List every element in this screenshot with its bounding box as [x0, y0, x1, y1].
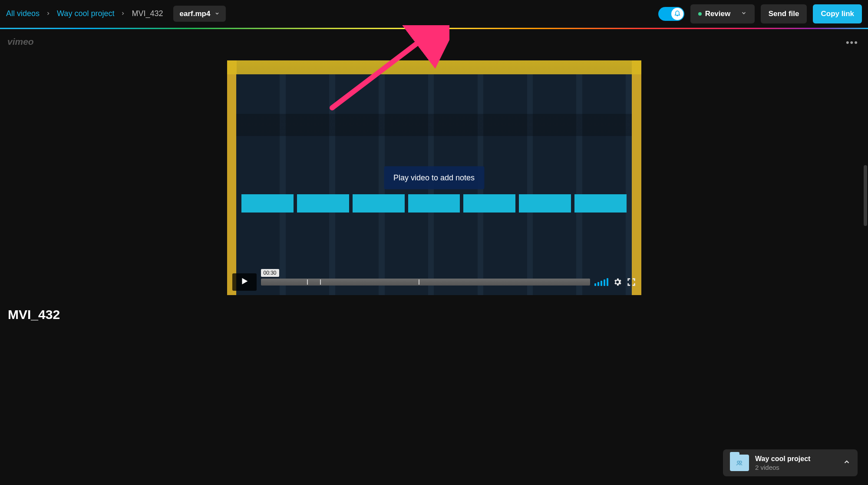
- settings-icon[interactable]: [613, 277, 622, 287]
- play-button[interactable]: [232, 273, 257, 291]
- more-menu-button[interactable]: •••: [843, 34, 861, 51]
- sub-bar: vimeo •••: [0, 29, 868, 56]
- progress-bar[interactable]: [261, 279, 590, 286]
- play-to-add-notes-overlay: Play video to add notes: [384, 166, 484, 189]
- page-title: MVI_432: [8, 307, 60, 322]
- breadcrumb-current: MVI_432: [132, 9, 163, 18]
- video-player[interactable]: Play video to add notes 00:30: [227, 60, 641, 295]
- player-controls: 00:30: [232, 273, 636, 291]
- chevron-right-icon: [120, 10, 125, 17]
- folder-icon: [730, 455, 749, 471]
- chevron-down-icon: [741, 10, 747, 18]
- project-toast-title: Way cool project: [755, 455, 837, 463]
- scrollbar[interactable]: [864, 165, 867, 226]
- status-dot-icon: [698, 12, 702, 16]
- play-icon: [240, 276, 249, 288]
- review-label: Review: [705, 10, 731, 18]
- volume-control[interactable]: [594, 278, 608, 286]
- project-toast[interactable]: Way cool project 2 videos: [723, 449, 858, 476]
- time-chip: 00:30: [261, 269, 279, 277]
- copy-link-button[interactable]: Copy link: [813, 4, 862, 23]
- fullscreen-icon[interactable]: [627, 277, 636, 287]
- send-file-button[interactable]: Send file: [761, 4, 807, 23]
- svg-text:vimeo: vimeo: [7, 37, 34, 47]
- breadcrumb-project[interactable]: Way cool project: [57, 9, 114, 18]
- chevron-down-icon: [215, 9, 220, 18]
- chevron-right-icon: [46, 10, 51, 17]
- project-toast-subtitle: 2 videos: [755, 464, 837, 471]
- bell-icon: [674, 10, 681, 18]
- file-version-chip[interactable]: earf.mp4: [173, 6, 226, 22]
- notifications-toggle[interactable]: [658, 7, 684, 21]
- breadcrumb: All videos Way cool project MVI_432 earf…: [6, 6, 226, 22]
- vimeo-logo-icon: vimeo: [7, 36, 50, 50]
- svg-point-4: [739, 461, 742, 463]
- top-bar: All videos Way cool project MVI_432 earf…: [0, 0, 868, 28]
- review-status-dropdown[interactable]: Review: [690, 4, 755, 23]
- chevron-up-icon[interactable]: [843, 458, 851, 468]
- breadcrumb-root[interactable]: All videos: [6, 9, 40, 18]
- file-version-label: earf.mp4: [179, 10, 210, 18]
- svg-marker-1: [242, 278, 248, 285]
- video-content-decoration: [241, 194, 627, 213]
